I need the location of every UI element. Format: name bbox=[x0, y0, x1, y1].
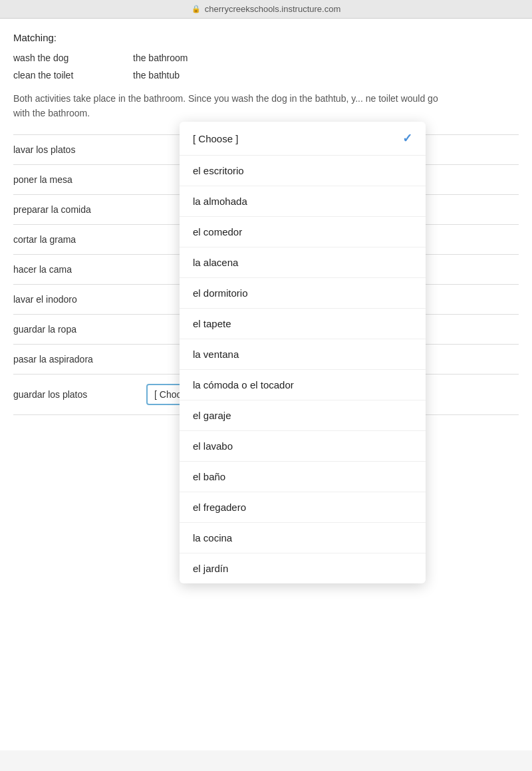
dropdown-item-cocina[interactable]: la cocina bbox=[180, 523, 426, 553]
matching-row-2: clean the toilet the bathtub bbox=[13, 70, 519, 80]
dropdown-item-fregadero[interactable]: el fregadero bbox=[180, 492, 426, 523]
matching-pairs: wash the dog the bathroom clean the toil… bbox=[13, 53, 519, 80]
check-icon: ✓ bbox=[402, 131, 412, 146]
dropdown-item-ventana[interactable]: la ventana bbox=[180, 339, 426, 370]
match-right-2: the bathtub bbox=[133, 70, 180, 80]
dropdown-item-escritorio[interactable]: el escritorio bbox=[180, 156, 426, 186]
dropdown-item-tapete[interactable]: el tapete bbox=[180, 309, 426, 339]
dropdown-item-comoda[interactable]: la cómoda o el tocador bbox=[180, 370, 426, 400]
task-label: poner la mesa bbox=[13, 174, 133, 185]
dropdown-label: la almohada bbox=[193, 196, 247, 207]
dropdown-label: el baño bbox=[193, 471, 225, 482]
dropdown-item-comedor[interactable]: el comedor bbox=[180, 217, 426, 247]
dropdown-label: la ventana bbox=[193, 349, 239, 360]
dropdown-label: la cómoda o el tocador bbox=[193, 379, 294, 390]
task-label: guardar la ropa bbox=[13, 324, 133, 335]
task-label: lavar los platos bbox=[13, 144, 133, 155]
section-label: Matching: bbox=[13, 32, 519, 43]
lock-icon: 🔒 bbox=[192, 5, 201, 13]
dropdown-label: el lavabo bbox=[193, 440, 233, 452]
browser-bar: 🔒 cherrycreekschools.instructure.com bbox=[0, 0, 532, 19]
dropdown-label: el garaje bbox=[193, 410, 231, 421]
dropdown-label: el tapete bbox=[193, 318, 231, 329]
dropdown-label: [ Choose ] bbox=[193, 133, 238, 144]
dropdown-label: el escritorio bbox=[193, 165, 244, 176]
main-content: Matching: wash the dog the bathroom clea… bbox=[0, 19, 532, 750]
dropdown-label: el comedor bbox=[193, 226, 242, 237]
dropdown-label: la cocina bbox=[193, 532, 232, 543]
browser-url: cherrycreekschools.instructure.com bbox=[205, 4, 340, 14]
task-label: guardar los platos bbox=[13, 389, 133, 400]
task-label: lavar el inodoro bbox=[13, 294, 133, 305]
dropdown-item-bano[interactable]: el baño bbox=[180, 462, 426, 492]
dropdown-item-jardin[interactable]: el jardín bbox=[180, 553, 426, 583]
dropdown-item-alacena[interactable]: la alacena bbox=[180, 247, 426, 278]
dropdown-item-lavabo[interactable]: el lavabo bbox=[180, 431, 426, 462]
dropdown-label: el jardín bbox=[193, 563, 228, 574]
task-label: preparar la comida bbox=[13, 204, 133, 215]
dropdown-item-garaje[interactable]: el garaje bbox=[180, 400, 426, 431]
dropdown-overlay[interactable]: [ Choose ] ✓ el escritorio la almohada e… bbox=[180, 122, 426, 583]
dropdown-label: la alacena bbox=[193, 257, 238, 268]
dropdown-item-almohada[interactable]: la almohada bbox=[180, 186, 426, 217]
dropdown-label: el dormitorio bbox=[193, 287, 248, 299]
match-right-1: the bathroom bbox=[133, 53, 188, 63]
explanation-text: Both activities take place in the bathro… bbox=[13, 91, 439, 121]
matching-row-1: wash the dog the bathroom bbox=[13, 53, 519, 63]
match-left-1: wash the dog bbox=[13, 53, 100, 63]
dropdown-item-choose[interactable]: [ Choose ] ✓ bbox=[180, 122, 426, 156]
dropdown-item-dormitorio[interactable]: el dormitorio bbox=[180, 278, 426, 309]
task-label: hacer la cama bbox=[13, 264, 133, 275]
task-label: cortar la grama bbox=[13, 234, 133, 245]
dropdown-label: el fregadero bbox=[193, 502, 246, 513]
task-label: pasar la aspiradora bbox=[13, 354, 133, 365]
match-left-2: clean the toilet bbox=[13, 70, 100, 80]
